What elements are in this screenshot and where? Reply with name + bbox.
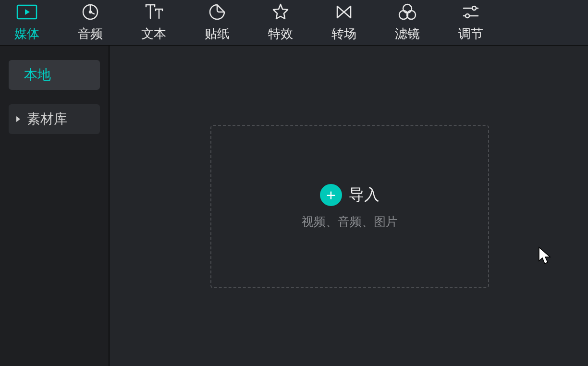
import-dropzone[interactable]: + 导入 视频、音频、图片: [210, 125, 489, 288]
toolbar-tab-effects[interactable]: 特效: [268, 3, 293, 42]
sidebar-item-label: 素材库: [27, 110, 67, 128]
sidebar-item-library[interactable]: 素材库: [9, 104, 100, 134]
mouse-cursor-icon: [538, 246, 552, 268]
toolbar-tab-adjust[interactable]: 调节: [458, 3, 483, 42]
transition-icon: [333, 3, 355, 21]
toolbar-tab-label: 滤镜: [395, 25, 420, 42]
top-toolbar: 媒体 音频 文本 贴纸: [0, 0, 588, 46]
toolbar-tab-label: 特效: [268, 25, 293, 42]
toolbar-tab-sticker[interactable]: 贴纸: [205, 3, 230, 42]
sidebar: 本地 素材库: [0, 46, 110, 366]
toolbar-tab-audio[interactable]: 音频: [78, 3, 103, 42]
dropzone-title: 导入: [349, 184, 380, 206]
dropzone-header: + 导入: [320, 184, 380, 206]
main-panel: + 导入 视频、音频、图片: [110, 46, 588, 366]
toolbar-tab-media[interactable]: 媒体: [14, 3, 39, 42]
svg-point-7: [472, 6, 476, 10]
media-icon: [16, 3, 37, 21]
text-icon: [143, 3, 164, 21]
toolbar-tab-label: 音频: [78, 25, 103, 42]
svg-point-9: [466, 14, 469, 18]
audio-icon: [80, 3, 101, 21]
effects-icon: [270, 3, 291, 21]
svg-point-2: [89, 11, 91, 13]
adjust-icon: [460, 3, 481, 21]
toolbar-tab-label: 文本: [141, 25, 166, 42]
toolbar-tab-filter[interactable]: 滤镜: [395, 3, 420, 42]
sidebar-item-local[interactable]: 本地: [9, 60, 100, 90]
toolbar-tab-label: 转场: [331, 25, 356, 42]
svg-point-3: [403, 4, 412, 13]
toolbar-tab-transition[interactable]: 转场: [331, 3, 356, 42]
toolbar-tab-label: 媒体: [14, 25, 39, 42]
toolbar-tab-label: 调节: [458, 25, 483, 42]
toolbar-tab-label: 贴纸: [205, 25, 230, 42]
dropzone-subtitle: 视频、音频、图片: [302, 214, 398, 230]
filter-icon: [397, 3, 418, 21]
sticker-icon: [207, 3, 228, 21]
toolbar-tab-text[interactable]: 文本: [141, 3, 166, 42]
chevron-right-icon: [15, 115, 21, 123]
plus-icon: +: [320, 184, 342, 206]
sidebar-item-label: 本地: [24, 66, 51, 84]
